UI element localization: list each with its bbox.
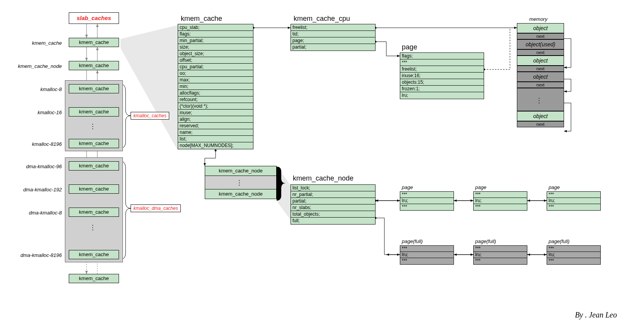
label-kmalloc-16: kmalloc-16 xyxy=(23,110,62,115)
struct-field: tid; xyxy=(291,31,375,37)
struct-field: min; xyxy=(178,83,253,90)
box-trailing: kmem_cache xyxy=(69,274,119,283)
struct-field: list_lock; xyxy=(291,185,375,191)
struct-field: full; xyxy=(291,218,375,224)
node-array-item-1: kmem_cache_node xyxy=(205,166,277,176)
struct-field: lru; xyxy=(400,92,484,99)
page-field: lru; xyxy=(474,198,527,204)
svg-marker-2 xyxy=(277,166,291,220)
node-array-group: kmem_cache_node ··· kmem_cache_node xyxy=(205,166,277,199)
box-kmem-cache-1: kmem_cache xyxy=(69,38,119,47)
page-small-1: ***lru;*** xyxy=(400,191,454,211)
slab-caches-box: slab_caches xyxy=(69,12,119,24)
label-dma-8196: dma-kmalloc-8196 xyxy=(6,252,62,258)
struct-field: total_objects; xyxy=(291,211,375,218)
box-kmalloc-16: kmem_cache xyxy=(69,107,119,117)
title-kmem-cache-node: kmem_cache_node xyxy=(293,174,353,182)
struct-field: name; xyxy=(178,129,253,136)
slab-caches-label: slab_caches xyxy=(76,15,111,21)
page-field: lru; xyxy=(474,252,527,258)
mem-object-2: object xyxy=(517,56,564,66)
label-kmalloc-8196: kmalloc-8196 xyxy=(19,141,62,147)
kmalloc-dma-caches-label: kmalloc_dma_caches xyxy=(133,206,178,211)
page-field: *** xyxy=(474,258,527,264)
struct-field: flags; xyxy=(178,31,253,37)
mem-next-2: next xyxy=(517,49,564,56)
page-full-2-title: page(full) xyxy=(475,238,496,244)
struct-field: cpu_partial; xyxy=(178,64,253,70)
kmalloc-caches-label-box: kmalloc_caches xyxy=(131,112,169,120)
label-kmem-cache: kmem_cache xyxy=(15,40,62,46)
box-kmalloc-8: kmem_cache xyxy=(69,84,119,93)
struct-field: allocflags; xyxy=(178,90,253,96)
struct-field: partial; xyxy=(291,44,375,51)
struct-field: freelist; xyxy=(291,24,375,31)
mem-next-5: next xyxy=(517,121,564,127)
struct-field: freelist; xyxy=(400,66,484,73)
struct-field: refcount; xyxy=(178,96,253,103)
struct-field: node[MAX_NUMNODES]; xyxy=(178,142,253,149)
mem-object-used: object(used) xyxy=(517,39,564,49)
kmem-cache-cpu-struct: freelist;tid;page;partial; xyxy=(291,24,376,51)
struct-field: (*ctor)(void *); xyxy=(178,103,253,110)
page-small-2-title: page xyxy=(475,184,486,190)
label-dma-96: dma-kmalloc-96 xyxy=(12,164,62,169)
label-dma-192: dma-kmalloc-192 xyxy=(10,187,62,193)
kmalloc-dma-caches-label-box: kmalloc_dma_caches xyxy=(131,204,181,212)
page-full-1: ***lru;*** xyxy=(400,245,454,265)
page-small-1-title: page xyxy=(402,184,413,190)
box-dma-8: kmem_cache xyxy=(69,208,119,217)
struct-field: object_size; xyxy=(178,51,253,57)
mem-object-3: object xyxy=(517,111,564,121)
struct-field: reserved; xyxy=(178,123,253,129)
vdots-kmalloc: ··· xyxy=(89,123,97,130)
struct-field: inuse:16; xyxy=(400,73,484,79)
page-field: *** xyxy=(547,246,600,252)
struct-field: size; xyxy=(178,44,253,51)
label-dma-8: dma-kmalloc-8 xyxy=(14,210,62,216)
memory-stack: object next object(used) next object nex… xyxy=(517,23,564,127)
page-field: *** xyxy=(400,204,454,210)
struct-field: *** xyxy=(400,59,484,66)
struct-field: offset; xyxy=(178,57,253,64)
struct-field: flags; xyxy=(400,53,484,59)
box-dma-8196: kmem_cache xyxy=(69,250,119,259)
page-field: lru; xyxy=(400,252,454,258)
struct-field: page; xyxy=(291,37,375,44)
mem-object-gray-1: object xyxy=(517,72,564,82)
struct-field: min_partial; xyxy=(178,37,253,44)
struct-field: nr_slabs; xyxy=(291,204,375,211)
box-dma-192: kmem_cache xyxy=(69,184,119,194)
svg-marker-1 xyxy=(121,25,178,150)
page-small-3-title: page xyxy=(549,184,560,190)
label-kmalloc-8: kmalloc-8 xyxy=(23,86,62,92)
mem-gap: ··· xyxy=(517,88,564,111)
box-dma-96: kmem_cache xyxy=(69,161,119,171)
struct-field: max; xyxy=(178,77,253,83)
memory-title: memory xyxy=(529,16,547,22)
node-array-item-2: kmem_cache_node xyxy=(205,189,277,199)
title-page: page xyxy=(402,43,417,51)
title-kmem-cache: kmem_cache xyxy=(181,15,222,23)
kmalloc-caches-label: kmalloc_caches xyxy=(133,113,166,118)
struct-field: objects:15; xyxy=(400,79,484,86)
page-full-1-title: page(full) xyxy=(402,238,423,244)
signature: By . Jean Leo xyxy=(575,311,617,319)
mem-next-3: next xyxy=(517,66,564,72)
struct-field: partial; xyxy=(291,198,375,204)
struct-field: inuse; xyxy=(178,110,253,116)
struct-field: frozen:1; xyxy=(400,86,484,92)
page-field: *** xyxy=(474,246,527,252)
page-field: lru; xyxy=(547,198,600,204)
page-field: *** xyxy=(547,204,600,210)
page-small-3: ***lru;*** xyxy=(547,191,601,211)
page-field: *** xyxy=(474,204,527,210)
page-field: *** xyxy=(400,192,454,198)
mem-object-1: object xyxy=(517,23,564,33)
struct-field: nr_partial; xyxy=(291,191,375,198)
page-full-3: ***lru;*** xyxy=(547,245,601,265)
page-field: *** xyxy=(474,192,527,198)
page-field: lru; xyxy=(400,198,454,204)
page-struct: flags;***freelist;inuse:16;objects:15;fr… xyxy=(400,52,484,99)
box-kmalloc-8196: kmem_cache xyxy=(69,139,119,148)
